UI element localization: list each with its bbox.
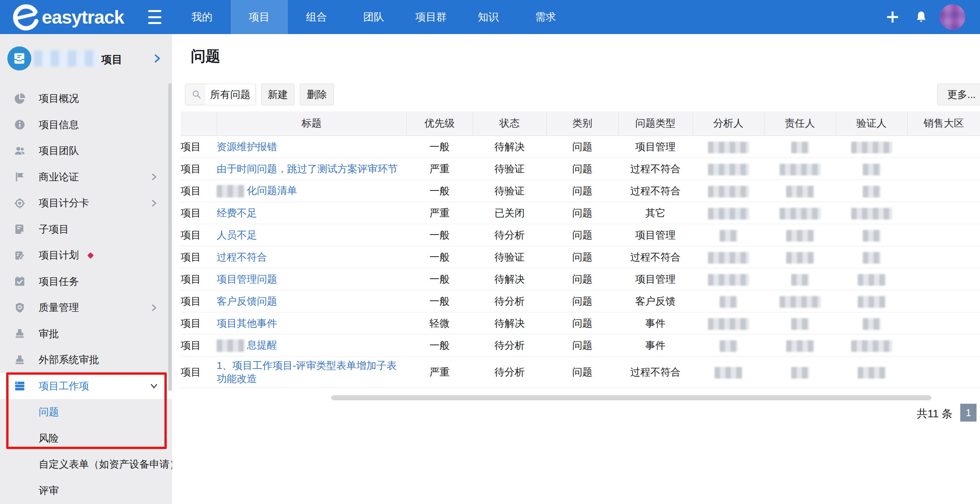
logo-text: easytrack bbox=[42, 7, 124, 28]
sidebar-item-label: 项目工作项 bbox=[39, 379, 89, 393]
cell-title: 过程不符合 bbox=[217, 246, 406, 268]
cell-analyst bbox=[693, 158, 764, 180]
sidebar-item-10[interactable]: 外部系统审批 bbox=[0, 347, 172, 373]
redacted-name-mosaic bbox=[708, 142, 749, 153]
sidebar-item-11[interactable]: 项目工作项 bbox=[0, 373, 172, 399]
sidebar-item-0[interactable]: 项目概况 bbox=[0, 86, 172, 112]
chevron-right-icon[interactable] bbox=[152, 53, 162, 63]
sidebar-item-label: 外部系统审批 bbox=[39, 353, 99, 367]
issue-title-link[interactable]: 项目其他事件 bbox=[217, 317, 277, 329]
issue-title-link[interactable]: 化问题清单 bbox=[247, 185, 297, 196]
cell-sales-region bbox=[907, 158, 980, 180]
sidebar-item-13[interactable]: 风险 bbox=[0, 425, 172, 452]
topbar-tab-0[interactable]: 我的 bbox=[173, 0, 231, 34]
new-button[interactable]: 新建 bbox=[261, 84, 294, 105]
sidebar-item-8[interactable]: 质量管理 bbox=[0, 295, 172, 321]
topbar-tab-2[interactable]: 组合 bbox=[288, 0, 345, 34]
issue-title-link[interactable]: 资源维护报错 bbox=[217, 141, 277, 153]
sidebar-item-1[interactable]: 项目信息 bbox=[0, 112, 172, 138]
sidebar-item-3[interactable]: 商业论证 bbox=[0, 164, 172, 190]
easytrack-logo-icon bbox=[11, 3, 39, 31]
cell-type: 项目 bbox=[181, 180, 217, 202]
cell-analyst bbox=[693, 268, 764, 290]
issue-title-link[interactable]: 过程不符合 bbox=[217, 251, 267, 263]
issue-title-link[interactable]: 息提醒 bbox=[247, 339, 277, 351]
column-header-分析人[interactable]: 分析人 bbox=[693, 111, 764, 135]
cell-issue-type: 事件 bbox=[618, 312, 693, 334]
horizontal-scrollbar[interactable] bbox=[331, 395, 931, 400]
redacted-name-mosaic bbox=[780, 208, 821, 219]
easytrack-app: easytrack 我的项目组合团队项目群知识需求 bbox=[0, 0, 980, 504]
total-count-label: 共11 条 bbox=[857, 406, 953, 421]
cell-owner bbox=[764, 356, 836, 387]
menu-icon[interactable] bbox=[148, 10, 161, 24]
column-header-状态[interactable]: 状态 bbox=[473, 111, 546, 135]
sidebar-scrollbar[interactable] bbox=[168, 83, 172, 391]
user-avatar[interactable] bbox=[940, 4, 965, 30]
cell-sales-region bbox=[907, 202, 980, 224]
sidebar-item-7[interactable]: 项目任务 bbox=[0, 269, 172, 295]
chevron-down-icon[interactable] bbox=[150, 382, 158, 390]
topbar-tab-6[interactable]: 需求 bbox=[517, 0, 574, 34]
sidebar-item-14[interactable]: 自定义表单（如资产设备申请） bbox=[0, 451, 172, 478]
notifications-bell-icon[interactable] bbox=[913, 9, 930, 26]
column-header-优先级[interactable]: 优先级 bbox=[406, 111, 473, 135]
sidebar-item-label: 子项目 bbox=[39, 223, 69, 236]
cell-analyst bbox=[693, 135, 764, 158]
chevron-right-icon[interactable] bbox=[150, 173, 158, 181]
cell-category: 问题 bbox=[546, 224, 618, 246]
table-row-9: 项目息提醒一般待分析问题事件 bbox=[181, 334, 980, 356]
sidebar-item-15[interactable]: 评审 bbox=[0, 478, 172, 504]
redacted-name-mosaic bbox=[858, 367, 886, 379]
column-header-标题[interactable]: 标题 bbox=[217, 111, 406, 135]
delete-button[interactable]: 删除 bbox=[300, 84, 334, 105]
issue-title-link[interactable]: 1、项目工作项目-评审类型表单增加子表功能改造 bbox=[217, 360, 397, 384]
easytrack-logo[interactable]: easytrack bbox=[11, 0, 124, 34]
column-header-责任人[interactable]: 责任人 bbox=[764, 111, 836, 135]
project-switcher[interactable]: 项目 bbox=[0, 46, 172, 71]
topbar-tab-5[interactable]: 知识 bbox=[460, 0, 517, 34]
sidebar-item-12[interactable]: 问题 bbox=[0, 399, 172, 425]
topbar-tab-1[interactable]: 项目 bbox=[231, 0, 288, 34]
avatar-redacted-mosaic bbox=[940, 4, 965, 30]
column-header-问题类型[interactable]: 问题类型 bbox=[618, 111, 693, 135]
column-header-type[interactable] bbox=[181, 111, 217, 135]
chevron-right-icon[interactable] bbox=[150, 303, 158, 312]
pagination-page-1-button[interactable]: 1 bbox=[960, 404, 977, 422]
stamp-icon bbox=[14, 328, 26, 339]
filter-search-group[interactable]: 所有问题 bbox=[185, 84, 256, 105]
filter-value[interactable]: 所有问题 bbox=[205, 84, 255, 105]
cell-priority: 一般 bbox=[406, 180, 473, 202]
issue-title-link[interactable]: 客户反馈问题 bbox=[217, 295, 277, 307]
redacted-name-mosaic bbox=[791, 318, 809, 330]
cell-verifier bbox=[836, 268, 907, 290]
topbar-tab-3[interactable]: 团队 bbox=[345, 0, 402, 34]
sidebar-item-6[interactable]: 项目计划 bbox=[0, 242, 172, 269]
topbar-right bbox=[884, 0, 980, 34]
topbar-tab-4[interactable]: 项目群 bbox=[402, 0, 460, 34]
issue-title-link[interactable]: 由于时间问题，跳过了测试方案评审环节 bbox=[217, 163, 398, 175]
issue-title-link[interactable]: 项目管理问题 bbox=[217, 273, 277, 285]
column-header-验证人[interactable]: 验证人 bbox=[836, 111, 907, 135]
column-header-类别[interactable]: 类别 bbox=[546, 111, 618, 135]
redacted-name-mosaic bbox=[786, 252, 814, 264]
add-icon[interactable] bbox=[884, 9, 901, 26]
issue-title-link[interactable]: 人员不足 bbox=[217, 229, 257, 241]
sidebar-item-5[interactable]: 子项目 bbox=[0, 216, 172, 243]
redacted-name-mosaic bbox=[791, 274, 809, 286]
cell-title: 由于时间问题，跳过了测试方案评审环节 bbox=[217, 158, 406, 180]
chevron-right-icon[interactable] bbox=[150, 199, 158, 207]
cell-issue-type: 过程不符合 bbox=[618, 246, 693, 268]
cell-status: 待解决 bbox=[473, 268, 546, 290]
sidebar-item-2[interactable]: 项目团队 bbox=[0, 138, 172, 164]
sidebar-item-9[interactable]: 审批 bbox=[0, 321, 172, 347]
more-button[interactable]: 更多... bbox=[937, 84, 980, 105]
cell-analyst bbox=[693, 334, 764, 356]
cell-category: 问题 bbox=[546, 312, 618, 334]
cell-issue-type: 过程不符合 bbox=[618, 356, 693, 387]
cell-category: 问题 bbox=[546, 268, 618, 290]
redacted-name-mosaic bbox=[720, 340, 737, 352]
issue-title-link[interactable]: 经费不足 bbox=[217, 207, 257, 219]
sidebar-item-4[interactable]: 项目计分卡 bbox=[0, 190, 172, 216]
column-header-销售大区[interactable]: 销售大区 bbox=[907, 111, 980, 135]
